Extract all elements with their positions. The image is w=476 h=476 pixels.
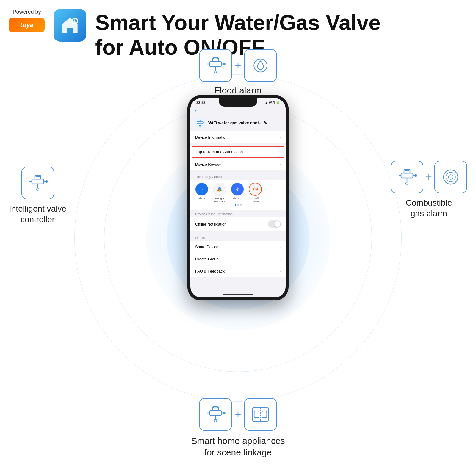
gas-alarm-label: Combustible gas alarm xyxy=(406,198,452,219)
svg-point-30 xyxy=(458,177,458,178)
xiaodu-icon[interactable]: 小 XiAODU xyxy=(231,183,244,203)
svg-rect-45 xyxy=(253,408,269,421)
menu-item-tap-to-run[interactable]: Tap-to-Run and Automation xyxy=(192,146,284,158)
alexa-icon[interactable]: ○ Alexa xyxy=(195,183,208,203)
tmall-icon[interactable]: 天猫 Tmall Genie xyxy=(249,183,262,203)
svg-point-32 xyxy=(443,177,444,178)
svg-rect-39 xyxy=(209,411,221,415)
svg-rect-20 xyxy=(401,173,413,178)
svg-point-57 xyxy=(219,190,220,192)
svg-rect-47 xyxy=(254,411,259,418)
gas-alarm-svg xyxy=(440,167,461,187)
google-assistant-icon[interactable]: Google Assistant xyxy=(213,183,226,203)
device-review-label: Device Review xyxy=(195,162,221,167)
faq-label: FAQ & Feedback xyxy=(195,269,225,273)
device-header: WiFi water gas valve cont... ✎ xyxy=(190,116,286,131)
menu-section-info: Device Information › xyxy=(190,131,286,143)
share-device-chevron: › xyxy=(279,244,281,249)
battery-icon: 🔋 xyxy=(276,101,280,104)
svg-rect-23 xyxy=(415,175,416,176)
tmall-circle: 天猫 xyxy=(249,183,262,196)
others-label: Others xyxy=(190,234,286,241)
svg-rect-6 xyxy=(223,63,225,65)
others-section: Share Device › Create Group › FAQ & Feed… xyxy=(190,241,286,277)
flood-alarm-group: + Flood alarm xyxy=(199,49,277,95)
valve-icon-card-left xyxy=(21,167,54,199)
menu-item-faq[interactable]: FAQ & Feedback › xyxy=(190,265,286,277)
valve-icon-card-bottom xyxy=(199,398,232,431)
svg-point-53 xyxy=(199,125,201,126)
valve-svg-left xyxy=(27,173,48,193)
device-avatar-svg xyxy=(196,119,204,127)
plus-sign-smart: + xyxy=(235,408,241,421)
back-button[interactable]: ‹ xyxy=(195,108,196,114)
flood-alarm-label: Flood alarm xyxy=(214,85,262,95)
water-drop-icon-card xyxy=(244,49,277,82)
status-time: 23:22 xyxy=(196,101,206,105)
svg-rect-15 xyxy=(46,181,47,182)
alexa-label: Alexa xyxy=(198,197,205,200)
device-review-chevron: › xyxy=(279,162,281,167)
valve-icon-card-top xyxy=(199,49,232,82)
menu-item-device-info[interactable]: Device Information › xyxy=(190,131,286,143)
valve-svg-bottom xyxy=(205,404,226,425)
third-party-section: ○ Alexa xyxy=(190,180,286,210)
home-icon xyxy=(60,15,80,36)
svg-point-29 xyxy=(450,170,451,170)
valve-svg-top xyxy=(205,55,226,76)
offline-notification-label: Offline Notification xyxy=(195,222,226,226)
powered-by-block: Powered by tuya xyxy=(9,9,45,32)
offline-section-label: Device Offline Notification xyxy=(190,210,286,217)
dot-2 xyxy=(237,204,239,206)
third-party-label: Third-party Control xyxy=(190,173,286,180)
app-topbar[interactable]: ‹ xyxy=(190,106,286,116)
third-party-row: ○ Alexa xyxy=(195,183,281,203)
phone-frame: 23:22 ▲ WiFi 🔋 ‹ xyxy=(187,95,289,300)
signal-icon: ▲ xyxy=(265,101,268,104)
valve-svg-right xyxy=(397,167,417,187)
phone-notch xyxy=(219,98,257,107)
valve-controller-label: Intelligent valve controller xyxy=(9,203,66,225)
google-circle xyxy=(213,183,226,196)
create-group-label: Create Group xyxy=(195,257,219,261)
svg-point-28 xyxy=(448,175,453,179)
menu-section-review: Device Review › xyxy=(190,158,286,170)
smart-home-icons: + xyxy=(199,398,277,431)
svg-point-31 xyxy=(450,184,451,185)
tuya-logo: tuya xyxy=(9,18,45,32)
tmall-label: Tmall Genie xyxy=(249,197,262,203)
gas-alarm-icon-card xyxy=(434,161,467,193)
device-avatar xyxy=(195,118,205,128)
svg-point-27 xyxy=(446,172,455,182)
smart-home-label: Smart home appliances for scene linkage xyxy=(191,435,285,458)
device-info-chevron: › xyxy=(279,135,281,140)
svg-point-34 xyxy=(455,182,456,183)
xiaodu-label: XiAODU xyxy=(232,197,242,200)
svg-point-35 xyxy=(445,182,446,183)
device-name: WiFi water gas valve cont... ✎ xyxy=(208,120,281,125)
faq-chevron: › xyxy=(279,269,281,273)
menu-item-share-device[interactable]: Share Device › xyxy=(190,241,286,253)
phone-screen: 23:22 ▲ WiFi 🔋 ‹ xyxy=(190,98,286,298)
offline-toggle[interactable] xyxy=(268,220,281,228)
gas-alarm-group: + Combustible gas alarm xyxy=(391,161,467,219)
powered-by-text: Powered by xyxy=(12,9,41,15)
share-device-label: Share Device xyxy=(195,245,218,249)
svg-point-54 xyxy=(218,187,221,190)
google-label: Google Assistant xyxy=(213,197,226,203)
switch-svg xyxy=(250,404,271,425)
home-bar xyxy=(223,294,253,295)
water-drop-svg xyxy=(250,55,271,76)
device-info-label: Device Information xyxy=(195,135,227,140)
svg-point-36 xyxy=(445,172,446,173)
svg-rect-48 xyxy=(262,411,267,418)
valve-controller-group: Intelligent valve controller xyxy=(9,167,66,225)
create-group-chevron: › xyxy=(279,256,281,261)
menu-item-create-group[interactable]: Create Group › xyxy=(190,253,286,265)
pagination-dots xyxy=(195,203,281,207)
plus-sign-flood: + xyxy=(235,59,241,72)
menu-item-device-review[interactable]: Device Review › xyxy=(190,158,286,170)
svg-rect-3 xyxy=(209,62,221,66)
status-icons: ▲ WiFi 🔋 xyxy=(265,101,280,104)
offline-notification-item[interactable]: Offline Notification xyxy=(190,217,286,231)
